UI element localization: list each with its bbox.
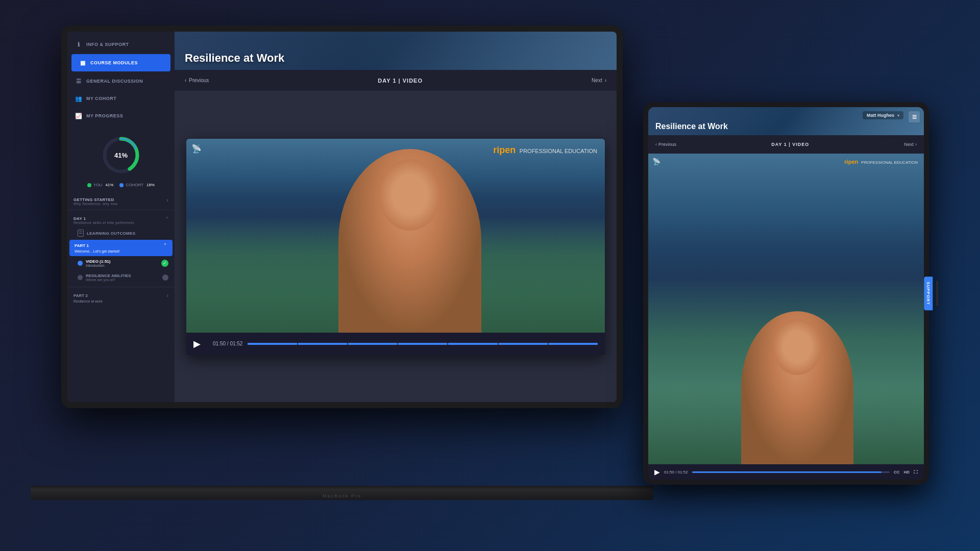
seg1 bbox=[248, 343, 297, 345]
seg7 bbox=[549, 343, 598, 345]
nav-center-label: DAY 1 | VIDEO bbox=[209, 78, 592, 84]
tablet-cast-icon: 📡 bbox=[652, 158, 660, 165]
doc-icon bbox=[78, 230, 84, 237]
sidebar-item-general-discussion[interactable]: ☰ GENERAL DISCUSSION bbox=[67, 72, 175, 90]
video-sub-item[interactable]: VIDEO (1:51) Introduction ✓ bbox=[67, 256, 175, 270]
cc-button[interactable]: CC bbox=[894, 470, 900, 474]
tablet-next-arrow: › bbox=[915, 142, 917, 147]
gray-status-dot bbox=[162, 274, 168, 281]
tablet-user-name: Matt Hughes bbox=[867, 113, 894, 118]
tablet-banner-overlay bbox=[786, 107, 924, 135]
laptop-screen-bezel: ℹ INFO & SUPPORT ▦ COURSE MODULES ☰ GENE… bbox=[61, 26, 623, 408]
prev-arrow-icon: ‹ bbox=[185, 78, 186, 83]
legend-cohort: COHORT 18% bbox=[119, 183, 155, 187]
prev-button[interactable]: ‹ Previous bbox=[185, 78, 209, 83]
ripen-logo: ripen PROFESSIONAL EDUCATION bbox=[493, 145, 597, 156]
tablet-home-indicator bbox=[936, 281, 938, 306]
time-display: 01:50 / 01:52 bbox=[213, 341, 242, 346]
check-icon: ✓ bbox=[161, 260, 168, 267]
video-dot bbox=[78, 261, 83, 266]
progress-center-text: 41% bbox=[114, 152, 128, 159]
laptop-course-title: Resilience at Work bbox=[185, 52, 284, 65]
modules-list: GETTING STARTED Why Resilience, why now … bbox=[67, 193, 175, 402]
tablet-next-button[interactable]: Next › bbox=[904, 142, 917, 147]
cohort-icon: 👥 bbox=[75, 95, 82, 102]
tablet-menu-button[interactable]: ☰ bbox=[909, 111, 920, 122]
resilience-abilities-item[interactable]: RESILIENCE ABILITIES Where are you at? bbox=[67, 270, 175, 285]
you-dot bbox=[87, 183, 91, 187]
seg5 bbox=[448, 343, 497, 345]
sidebar-item-my-cohort[interactable]: 👥 MY COHORT bbox=[67, 90, 175, 107]
tablet: Resilience at Work Matt Hughes ▾ ☰ ‹ Pre… bbox=[643, 102, 929, 485]
laptop-main-content: Resilience at Work ‹ Previous DAY 1 | VI… bbox=[175, 32, 617, 402]
progress-circle: 41% bbox=[101, 135, 141, 176]
laptop-header-banner: Resilience at Work bbox=[175, 32, 617, 70]
next-button[interactable]: Next › bbox=[592, 78, 606, 83]
modules-icon: ▦ bbox=[79, 59, 86, 66]
progress-section: 41% YOU 41% COHORT 18% bbox=[67, 124, 175, 193]
tablet-play-button[interactable]: ▶ bbox=[654, 468, 660, 476]
laptop-sidebar: ℹ INFO & SUPPORT ▦ COURSE MODULES ☰ GENE… bbox=[67, 32, 175, 402]
laptop-video-controls: ▶ 01:50 / 01:52 bbox=[186, 333, 605, 355]
tablet-user-area: Matt Hughes ▾ bbox=[863, 111, 903, 119]
banner-overlay bbox=[351, 32, 617, 70]
part1-item[interactable]: PART 1 ˅ Welcome... Let's get started! bbox=[69, 240, 173, 256]
play-button[interactable]: ▶ bbox=[193, 337, 208, 351]
laptop-nav-bar: ‹ Previous DAY 1 | VIDEO Next › bbox=[175, 70, 617, 91]
legend-you: YOU 41% bbox=[87, 183, 113, 187]
day1-header[interactable]: DAY 1 Resilience skills of elite perform… bbox=[67, 212, 175, 227]
seg3 bbox=[348, 343, 397, 345]
getting-started-header[interactable]: GETTING STARTED Why Resilience, why now … bbox=[67, 193, 175, 208]
tablet-prev-button[interactable]: ‹ Previous bbox=[655, 142, 676, 147]
tablet-video-frame: 📡 ripen PROFESSIONAL EDUCATION bbox=[648, 154, 924, 464]
tablet-progress-fill bbox=[692, 471, 882, 473]
hd-button[interactable]: HD bbox=[903, 470, 910, 474]
user-dropdown-icon[interactable]: ▾ bbox=[897, 113, 899, 118]
tablet-video-controls: ▶ 01:50 / 01:52 CC HD ⛶ bbox=[648, 464, 924, 480]
day1-chevron: ˅ bbox=[166, 216, 168, 222]
part2-item[interactable]: PART 2 › Resilience at work bbox=[67, 289, 175, 307]
laptop-screen: ℹ INFO & SUPPORT ▦ COURSE MODULES ☰ GENE… bbox=[67, 32, 617, 402]
tablet-video-area: 📡 ripen PROFESSIONAL EDUCATION ▶ 01:50 /… bbox=[648, 154, 924, 480]
tablet-header-banner: Resilience at Work Matt Hughes ▾ ☰ bbox=[648, 107, 924, 135]
laptop-base bbox=[31, 489, 653, 500]
progress-icon: 📈 bbox=[75, 112, 82, 119]
sidebar-item-my-progress[interactable]: 📈 MY PROGRESS bbox=[67, 107, 175, 124]
divider-2 bbox=[67, 287, 175, 287]
learning-outcomes-item[interactable]: LEARNING OUTCOMES bbox=[67, 227, 175, 240]
support-tab[interactable]: SUPPORT bbox=[924, 277, 933, 310]
tablet-course-title: Resilience at Work bbox=[655, 122, 728, 131]
laptop-video-frame: 📡 ripen PROFESSIONAL EDUCATION bbox=[186, 139, 605, 333]
tablet-time-display: 01:50 / 01:52 bbox=[664, 470, 688, 474]
part2-chevron: › bbox=[167, 293, 168, 298]
sidebar-item-info-support[interactable]: ℹ INFO & SUPPORT bbox=[67, 36, 175, 53]
tablet-control-buttons: CC HD ⛶ bbox=[894, 470, 918, 474]
gray-dot bbox=[78, 275, 83, 280]
progress-legend: YOU 41% COHORT 18% bbox=[87, 183, 155, 187]
seg6 bbox=[499, 343, 548, 345]
laptop: ℹ INFO & SUPPORT ▦ COURSE MODULES ☰ GENE… bbox=[61, 26, 648, 485]
discussion-icon: ☰ bbox=[75, 78, 82, 85]
video-person bbox=[338, 149, 481, 333]
progress-segments bbox=[248, 343, 598, 345]
menu-icon: ☰ bbox=[912, 114, 917, 120]
laptop-video-player: 📡 ripen PROFESSIONAL EDUCATION ▶ 01:50 bbox=[186, 139, 605, 355]
tablet-screen: Resilience at Work Matt Hughes ▾ ☰ ‹ Pre… bbox=[648, 107, 924, 480]
part1-chevron: ˅ bbox=[164, 243, 166, 248]
tablet-person bbox=[741, 311, 853, 464]
getting-started-chevron: › bbox=[166, 197, 168, 203]
tablet-progress-bar[interactable] bbox=[692, 471, 890, 473]
laptop-video-area: 📡 ripen PROFESSIONAL EDUCATION ▶ 01:50 bbox=[175, 91, 617, 402]
seg2 bbox=[298, 343, 347, 345]
video-progress-bar[interactable] bbox=[248, 343, 598, 345]
cast-icon: 📡 bbox=[191, 144, 202, 154]
tablet-nav-bar: ‹ Previous DAY 1 | VIDEO Next › bbox=[648, 135, 924, 154]
sidebar-item-course-modules[interactable]: ▦ COURSE MODULES bbox=[71, 54, 170, 71]
tablet-ripen-logo: ripen PROFESSIONAL EDUCATION bbox=[844, 159, 918, 165]
scene: ℹ INFO & SUPPORT ▦ COURSE MODULES ☰ GENE… bbox=[0, 0, 980, 551]
fullscreen-button[interactable]: ⛶ bbox=[914, 470, 918, 474]
seg4 bbox=[398, 343, 447, 345]
tablet-nav-center: DAY 1 | VIDEO bbox=[676, 142, 904, 147]
tablet-prev-arrow: ‹ bbox=[655, 142, 657, 147]
next-arrow-icon: › bbox=[605, 78, 606, 83]
